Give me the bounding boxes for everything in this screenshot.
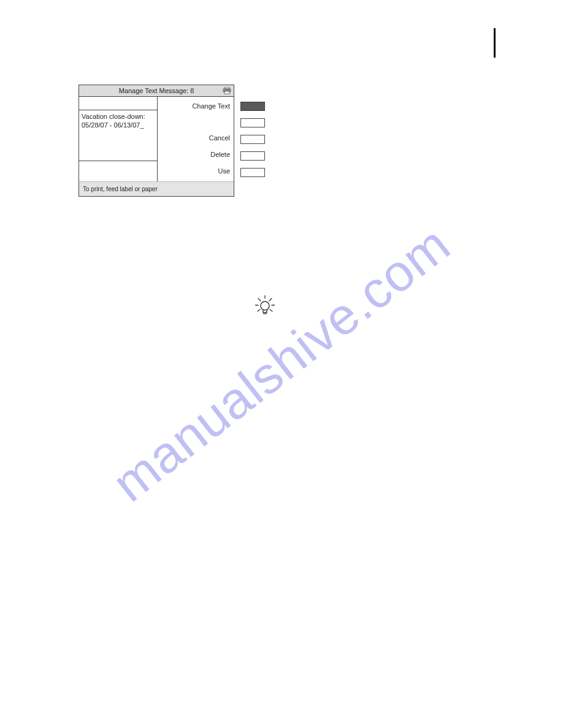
svg-rect-0: [224, 87, 229, 89]
left-bottom-empty-cell: [79, 161, 157, 181]
watermark-text: manualshive.com: [102, 214, 462, 514]
use-label: Use: [160, 162, 230, 179]
svg-line-8: [258, 309, 260, 311]
dialog-footer-text: To print, feed label or paper: [79, 181, 234, 196]
dialog-body: Vacation close-down: 05/28/07 - 06/13/07…: [79, 97, 234, 181]
blank-button[interactable]: [240, 118, 265, 127]
svg-line-4: [258, 298, 261, 301]
use-button[interactable]: [240, 168, 265, 177]
cancel-button[interactable]: [240, 135, 265, 144]
delete-button[interactable]: [240, 151, 265, 161]
svg-rect-2: [224, 91, 229, 94]
left-top-empty-cell: [79, 97, 157, 110]
manage-text-message-dialog: Manage Text Message: 8 Vacation close-do…: [79, 85, 234, 197]
message-line-2: 05/28/07 - 06/13/07_: [82, 121, 155, 130]
cancel-label: Cancel: [160, 129, 230, 146]
delete-label: Delete: [160, 146, 230, 162]
side-button-column: [240, 102, 265, 177]
message-text-area[interactable]: Vacation close-down: 05/28/07 - 06/13/07…: [79, 110, 157, 161]
change-text-label: Change Text: [160, 99, 230, 113]
page-edge-mark: [494, 28, 496, 58]
spacer-label: [160, 113, 230, 129]
dialog-right-column: Change Text Cancel Delete Use: [158, 97, 234, 181]
svg-line-5: [269, 298, 272, 301]
change-text-button[interactable]: [240, 102, 265, 111]
dialog-title-bar: Manage Text Message: 8: [79, 85, 234, 97]
dialog-left-column: Vacation close-down: 05/28/07 - 06/13/07…: [79, 97, 158, 181]
svg-line-9: [270, 309, 272, 311]
printer-icon: [223, 87, 231, 94]
svg-point-10: [261, 301, 269, 310]
dialog-title-text: Manage Text Message: 8: [119, 87, 194, 94]
lightbulb-icon: [255, 295, 275, 317]
message-line-1: Vacation close-down:: [82, 113, 155, 121]
